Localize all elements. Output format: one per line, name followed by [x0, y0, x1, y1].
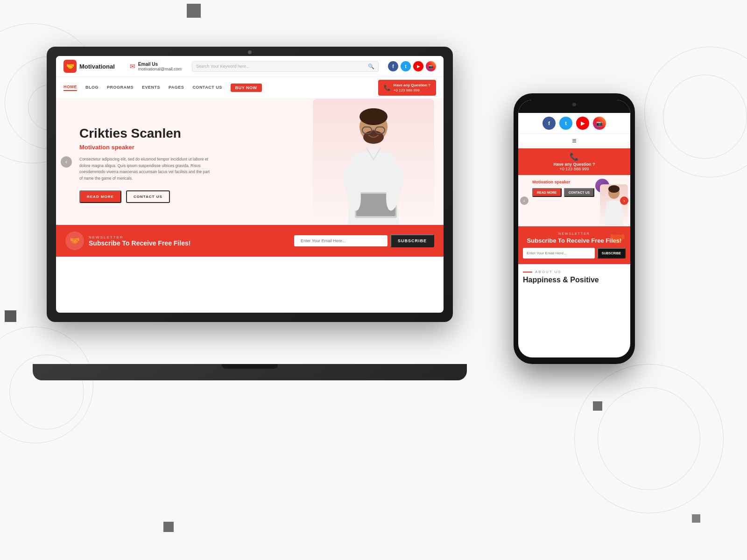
site-navbar: HOME BLOG PROGRAMS EVENTS PAGES CONTACT …: [56, 77, 444, 99]
header-email: ✉ Email Us motivational@mail.com: [130, 62, 182, 71]
social-icons-header: f t ▶ 📷: [388, 61, 436, 71]
phone-instagram-icon[interactable]: 📷: [593, 117, 606, 130]
phone-hero: ‹ Motivation speaker READ MORE CONTACT U…: [518, 175, 630, 226]
phone-prev-arrow[interactable]: ‹: [520, 196, 529, 205]
phone-twitter-icon[interactable]: t: [559, 117, 572, 130]
hero-body-text: Consectetur adipiscing elit, sed do eius…: [79, 156, 210, 182]
laptop-body: 🤝 Motivational ✉ Email Us motivational@m…: [47, 47, 453, 322]
hamburger-icon[interactable]: ≡: [572, 137, 576, 145]
laptop-camera: [248, 50, 252, 54]
nav-pages[interactable]: PAGES: [169, 85, 184, 91]
hero-prev-arrow[interactable]: ‹: [61, 156, 72, 168]
nav-programs[interactable]: PROGRAMS: [107, 85, 134, 91]
phone-facebook-icon[interactable]: f: [543, 117, 556, 130]
hero-subtitle: Motivation speaker: [79, 144, 434, 151]
phone-icon: 📞: [384, 84, 391, 91]
laptop-base: [33, 364, 467, 380]
newsletter-heading: Subscribe To Receive Free Files!: [89, 239, 190, 247]
phone-contact-phone-icon: 📞: [522, 152, 627, 161]
facebook-icon[interactable]: f: [388, 61, 398, 71]
site-header: 🤝 Motivational ✉ Email Us motivational@m…: [56, 56, 444, 77]
youtube-icon[interactable]: ▶: [413, 61, 423, 71]
phone-nl-subscribe-button[interactable]: SUBSCRIBE: [597, 248, 626, 259]
phone-about: ABOUT US Happiness & Positive: [518, 264, 630, 290]
phone-nl-label: NEWSLETTER: [523, 232, 626, 235]
contact-info: Have any Question ? +0 123 888 999: [394, 83, 430, 93]
phone-next-arrow[interactable]: ›: [620, 196, 628, 205]
newsletter-left: 🤝 NEWSLETTER Subscribe To Receive Free F…: [65, 231, 190, 250]
hero-title: Crikties Scanlen: [79, 126, 434, 141]
phone-about-title: Happiness & Positive: [523, 276, 626, 284]
email-details: Email Us motivational@mail.com: [138, 62, 182, 71]
phone-contact-question: Have any Question ?: [522, 162, 627, 167]
phone-person-svg: [600, 184, 628, 226]
contact-box: 📞 Have any Question ? +0 123 888 999: [378, 80, 436, 96]
phone-social-bar: f t ▶ 📷: [518, 113, 630, 133]
search-placeholder: Search Your Keyword here...: [196, 64, 365, 69]
site-logo: 🤝 Motivational: [63, 60, 115, 73]
phone-youtube-icon[interactable]: ▶: [576, 117, 589, 130]
phone-notch: [556, 100, 593, 108]
newsletter-email-input[interactable]: [294, 235, 388, 246]
phone-newsletter: 🤝 NEWSLETTER Subscribe To Receive Free F…: [518, 226, 630, 264]
phone-screen: f t ▶ 📷 ≡ 📞 Have any Question ? +0 123 8…: [518, 100, 630, 357]
about-line: [523, 272, 532, 273]
nav-events[interactable]: EVENTS: [142, 85, 160, 91]
instagram-icon[interactable]: 📷: [426, 61, 436, 71]
contact-us-button[interactable]: CONTACT US: [126, 190, 170, 203]
nav-home[interactable]: HOME: [63, 84, 77, 91]
logo-text: Motivational: [79, 63, 115, 70]
phone-camera: [572, 103, 576, 106]
phone-nl-form: SUBSCRIBE: [523, 248, 626, 259]
phone-contact-number: +0 123 888 999: [522, 167, 627, 171]
laptop-screen: 🤝 Motivational ✉ Email Us motivational@m…: [56, 56, 444, 313]
phone-notch-area: [518, 100, 630, 113]
newsletter-icon: 🤝: [65, 231, 84, 250]
phone-person-image: [600, 184, 628, 226]
phone-contact-button[interactable]: CONTACT US: [564, 188, 594, 197]
nav-blog[interactable]: BLOG: [85, 85, 99, 91]
search-icon: 🔍: [368, 63, 374, 70]
newsletter-subscribe-button[interactable]: SUBSCRIBE: [390, 234, 434, 247]
newsletter-section: 🤝 NEWSLETTER Subscribe To Receive Free F…: [56, 225, 444, 257]
read-more-button[interactable]: READ MORE: [79, 190, 121, 203]
phone-about-label: ABOUT US: [523, 270, 626, 274]
phone-read-more-button[interactable]: READ MORE: [532, 188, 562, 197]
hero-section: ‹ Crikties Scanlen Motivation speaker Co…: [56, 99, 444, 225]
laptop-device: 🤝 Motivational ✉ Email Us motivational@m…: [47, 47, 467, 364]
phone-menu-bar: ≡: [518, 133, 630, 148]
phone-contact-bar: 📞 Have any Question ? +0 123 888 999: [518, 148, 630, 175]
phone-nl-email-input[interactable]: [523, 248, 595, 259]
hero-content: Crikties Scanlen Motivation speaker Cons…: [65, 126, 434, 203]
phone-device: f t ▶ 📷 ≡ 📞 Have any Question ? +0 123 8…: [514, 93, 644, 383]
newsletter-text: NEWSLETTER Subscribe To Receive Free Fil…: [89, 235, 190, 247]
logo-icon: 🤝: [63, 60, 77, 73]
svg-point-1: [359, 108, 388, 125]
email-icon: ✉: [130, 63, 135, 70]
phone-body: f t ▶ 📷 ≡ 📞 Have any Question ? +0 123 8…: [514, 93, 635, 364]
twitter-icon[interactable]: t: [401, 61, 411, 71]
nav-buy-now[interactable]: BUY NOW: [231, 84, 262, 92]
nav-contact[interactable]: CONTACT US: [192, 85, 222, 91]
newsletter-form: SUBSCRIBE: [294, 234, 434, 247]
hero-buttons: READ MORE CONTACT US: [79, 190, 434, 203]
search-bar[interactable]: Search Your Keyword here... 🔍: [192, 61, 379, 72]
newsletter-label: NEWSLETTER: [89, 235, 190, 239]
svg-point-11: [608, 185, 620, 193]
